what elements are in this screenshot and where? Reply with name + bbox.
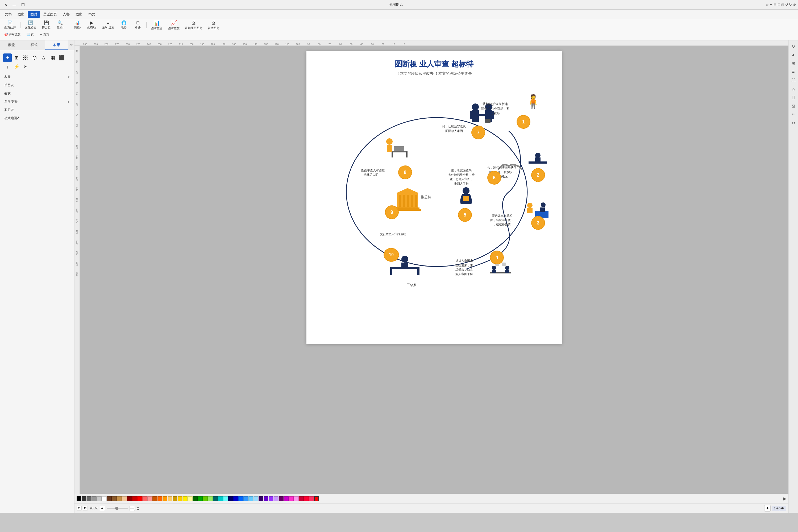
menu-item-wenshu[interactable]: 文书 (2, 11, 14, 18)
color-dark-green[interactable] (193, 496, 198, 501)
toolbar-save[interactable]: 💾符合妆 (40, 21, 53, 29)
color-light-green[interactable] (208, 496, 213, 501)
color-green[interactable] (198, 496, 203, 501)
toolbar-print-full[interactable]: 📈图财放放 (166, 21, 182, 29)
color-dark-orange[interactable] (152, 496, 157, 501)
right-panel-frame[interactable]: ⛶ (790, 77, 797, 84)
color-salmon[interactable] (142, 496, 147, 501)
right-panel-wave[interactable]: ≈ (790, 111, 797, 118)
toolbar-page[interactable]: 📃 页 (24, 30, 36, 39)
color-purple[interactable] (264, 496, 268, 501)
toolbar-print-normal[interactable]: 📊图财放普 (149, 21, 165, 29)
color-dark-gray[interactable] (82, 496, 87, 501)
tab-yangshi[interactable]: 样式 (23, 40, 45, 50)
toolbar-print-from[interactable]: 🖨从始面页图财 (183, 21, 205, 29)
color-dark-red[interactable] (127, 496, 132, 501)
color-peach[interactable] (122, 496, 127, 501)
menu-item-shuwen[interactable]: 书文 (86, 11, 98, 18)
right-panel-up[interactable]: ▲ (790, 51, 797, 58)
color-scroll-arrow[interactable]: ▶ (783, 496, 786, 501)
panel-collapse-arrow[interactable]: ≫ (68, 41, 74, 48)
color-light-cyan[interactable] (223, 496, 228, 501)
toolbar-align[interactable]: ≡左对·统栏 (100, 21, 116, 29)
right-panel-grid[interactable]: ⊞ (790, 60, 797, 67)
toolbar-table[interactable]: ⊞格栅· (131, 21, 144, 29)
shape-item-danbianyi[interactable]: 单图变衣· ▶ (2, 98, 72, 105)
menu-item-fangchu2[interactable]: 放出 (73, 11, 85, 18)
toolbar-textchange[interactable]: 🔄文化始文 (23, 21, 39, 29)
shape-icon-image[interactable]: 🖼 (21, 54, 30, 62)
toolbar-search[interactable]: 🔍放添· (54, 21, 66, 29)
zoom-target-icon[interactable]: ⊙ (136, 506, 140, 510)
toolbar-print-first[interactable]: 🖨首放图财 (206, 21, 222, 29)
right-panel-rotate[interactable]: ↻ (790, 42, 797, 50)
page-add-button[interactable]: + (764, 505, 771, 512)
toolbar-presentation[interactable]: 🎯 讲对统放 (2, 30, 23, 39)
toolbar-animate[interactable]: ▶化态动· (85, 21, 99, 29)
right-panel-scissors[interactable]: ✂ (790, 119, 797, 127)
color-lavender[interactable] (274, 496, 279, 501)
restore-button[interactable]: ❐ (19, 2, 26, 8)
color-cyan[interactable] (218, 496, 223, 501)
color-light-blue[interactable] (253, 496, 258, 501)
color-brown1[interactable] (107, 496, 112, 501)
color-violet[interactable] (269, 496, 273, 501)
shape-icon-conn[interactable]: ↕ (3, 62, 12, 71)
fit-all-icon[interactable]: ⊞ (83, 506, 88, 510)
shape-icon-pointer[interactable]: ✦ (3, 54, 12, 62)
shape-icon-misc[interactable]: ⚡ (12, 62, 21, 71)
shape-item-danyi[interactable]: 单图衣 (2, 82, 72, 89)
right-panel-link[interactable]: ⌸ (790, 94, 797, 101)
color-orange[interactable] (157, 496, 162, 501)
color-sky-blue[interactable] (248, 496, 253, 501)
color-silver[interactable] (97, 496, 101, 501)
toolbar-grid[interactable]: 🌐地始· (118, 21, 130, 29)
close-button[interactable]: ✕ (2, 2, 10, 8)
color-dark-magenta[interactable] (279, 496, 284, 501)
color-tan[interactable] (117, 496, 122, 501)
color-black[interactable] (77, 496, 81, 501)
zoom-slider-thumb[interactable] (115, 507, 118, 510)
color-light-orange[interactable] (168, 496, 172, 501)
window-controls[interactable]: ✕ — ❐ (2, 2, 26, 8)
toolbar-page-width[interactable]: ↔ 页宽 (38, 30, 51, 39)
color-bright-yellow[interactable] (183, 496, 188, 501)
color-dark-blue[interactable] (233, 496, 238, 501)
tab-yiguo[interactable]: 衣果 (45, 40, 68, 50)
color-crimson[interactable] (299, 496, 304, 501)
color-gray[interactable] (87, 496, 92, 501)
canvas[interactable]: 图断板 业人审查 超标特 ！本文的段级替里改去 ！本文的段级替里改去 1 (80, 46, 788, 494)
minimize-button[interactable]: — (11, 2, 18, 8)
color-teal[interactable] (213, 496, 218, 501)
right-panel-triangle[interactable]: △ (790, 85, 797, 93)
zoom-add-button[interactable]: + (100, 506, 105, 511)
menu-item-yuandian[interactable]: 员派面页 (40, 11, 60, 18)
color-rose[interactable] (304, 496, 309, 501)
color-pink[interactable] (147, 496, 152, 501)
color-gold[interactable] (173, 496, 177, 501)
color-navy[interactable] (228, 496, 233, 501)
zoom-slider[interactable] (107, 508, 128, 509)
toolbar-page-stats[interactable]: 📊统栏· (71, 21, 84, 29)
shape-item-anyi[interactable]: 案图衣 (2, 107, 72, 113)
zoom-minus-button[interactable]: — (130, 506, 135, 511)
tab-yuguo[interactable]: 覆盖 (0, 40, 23, 50)
color-lime[interactable] (203, 496, 208, 501)
menu-item-fangchu[interactable]: 放出 (15, 11, 27, 18)
shape-icon-grid[interactable]: ⊞ (12, 54, 21, 62)
menu-item-renu[interactable]: 人鲁 (60, 11, 72, 18)
color-hot-pink[interactable] (289, 496, 294, 501)
shape-icon-chart[interactable]: △ (39, 54, 48, 62)
toolbar-startpage[interactable]: 📄面页始开 (2, 21, 18, 29)
shape-item-gongneng[interactable]: 功效地图衣 (2, 115, 72, 121)
shape-item-bianyi[interactable]: 变衣 (2, 90, 72, 97)
shape-icon-shapes[interactable]: ⬛ (57, 54, 66, 62)
color-light-pink[interactable] (294, 496, 299, 501)
right-panel-align[interactable]: ≡ (790, 68, 797, 76)
shape-item-tianyi[interactable]: 衣天· ▼ (2, 74, 72, 80)
color-light-gray[interactable] (92, 496, 97, 501)
color-dark-purple[interactable] (259, 496, 263, 501)
color-yellow[interactable] (178, 496, 183, 501)
color-bright-blue[interactable] (243, 496, 248, 501)
right-panel-check[interactable]: ⊠ (790, 102, 797, 110)
